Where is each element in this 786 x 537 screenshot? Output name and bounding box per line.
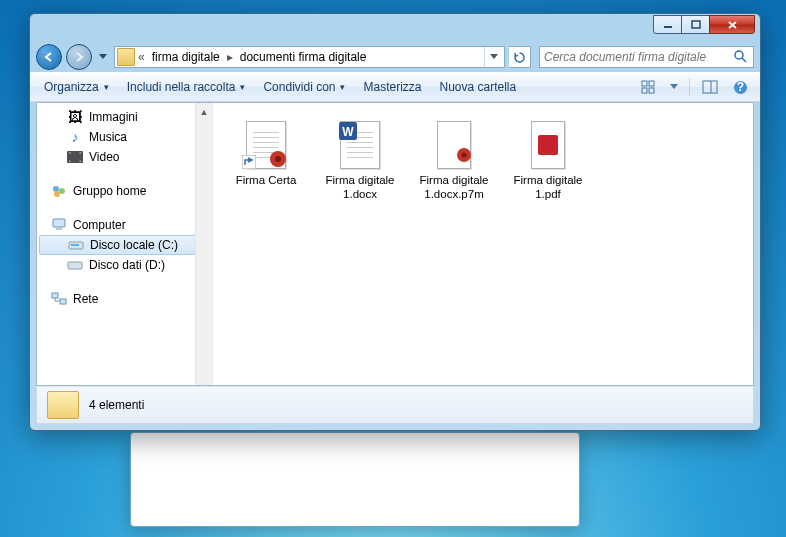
svg-point-17 xyxy=(53,186,59,192)
file-name: Firma digitale 1.pdf xyxy=(513,173,583,202)
svg-rect-1 xyxy=(692,21,700,28)
sidebar-label: Musica xyxy=(89,130,127,144)
nav-history-dropdown[interactable] xyxy=(96,48,110,66)
file-item[interactable]: Firma digitale 1.pdf xyxy=(509,117,587,206)
folder-icon xyxy=(47,391,79,419)
sidebar-scrollbar[interactable]: ▲ xyxy=(195,103,212,385)
preview-pane-button[interactable] xyxy=(698,76,722,98)
video-icon xyxy=(67,149,83,165)
sidebar-label: Video xyxy=(89,150,119,164)
window-controls xyxy=(654,15,755,34)
sidebar-item-drive-c[interactable]: Disco locale (C:) xyxy=(39,235,210,255)
svg-point-18 xyxy=(59,188,65,194)
item-count-label: 4 elementi xyxy=(89,398,144,412)
svg-rect-26 xyxy=(60,299,66,304)
images-icon: 🖼 xyxy=(67,109,83,125)
maximize-button[interactable] xyxy=(681,15,710,34)
sidebar-item-drive-d[interactable]: Disco dati (D:) xyxy=(37,255,212,275)
breadcrumb-seg-1[interactable]: firma digitale xyxy=(146,47,226,67)
titlebar xyxy=(30,14,760,42)
help-button[interactable]: ? xyxy=(728,76,752,98)
scroll-up-icon[interactable]: ▲ xyxy=(196,103,212,120)
docx-icon: W xyxy=(336,121,384,169)
svg-text:W: W xyxy=(342,125,354,139)
chevron-right-icon: ▸ xyxy=(226,50,234,64)
sidebar-label: Immagini xyxy=(89,110,138,124)
breadcrumb-seg-2[interactable]: documenti firma digitale xyxy=(234,47,373,67)
forward-button[interactable] xyxy=(66,44,92,70)
svg-rect-16 xyxy=(80,161,82,163)
svg-rect-21 xyxy=(56,228,62,230)
address-dropdown[interactable] xyxy=(484,47,502,67)
svg-rect-15 xyxy=(80,152,82,154)
drive-icon xyxy=(68,237,84,253)
close-button[interactable] xyxy=(709,15,755,34)
view-dropdown[interactable] xyxy=(667,76,681,98)
svg-rect-8 xyxy=(703,81,717,93)
background-window xyxy=(130,432,580,527)
search-input[interactable] xyxy=(544,50,733,64)
organize-button[interactable]: Organizza xyxy=(38,77,115,97)
svg-rect-4 xyxy=(642,81,647,86)
file-name: Firma Certa xyxy=(236,173,297,187)
minimize-button[interactable] xyxy=(653,15,682,34)
sidebar-label: Computer xyxy=(73,218,126,232)
sidebar-label: Disco locale (C:) xyxy=(90,238,178,252)
search-icon xyxy=(733,49,749,66)
navigation-pane: 🖼 Immagini ♪ Musica Video Gruppo home xyxy=(37,103,213,385)
svg-point-19 xyxy=(54,191,60,197)
music-icon: ♪ xyxy=(67,129,83,145)
p7m-icon xyxy=(430,121,478,169)
svg-rect-5 xyxy=(649,81,654,86)
share-with-button[interactable]: Condividi con xyxy=(257,77,351,97)
include-in-library-button[interactable]: Includi nella raccolta xyxy=(121,77,252,97)
navigation-row: « firma digitale ▸ documenti firma digit… xyxy=(30,42,760,72)
svg-rect-20 xyxy=(53,219,65,227)
sidebar-item-images[interactable]: 🖼 Immagini xyxy=(37,107,212,127)
file-name: Firma digitale 1.docx xyxy=(325,173,395,202)
drive-icon xyxy=(67,257,83,273)
view-options-button[interactable] xyxy=(637,76,661,98)
details-pane: 4 elementi xyxy=(36,386,754,424)
shortcut-icon xyxy=(242,121,290,169)
computer-icon xyxy=(51,217,67,233)
file-list[interactable]: Firma Certa W Firma digitale 1.docx Firm… xyxy=(213,103,753,385)
refresh-button[interactable] xyxy=(509,46,531,68)
svg-rect-7 xyxy=(649,88,654,93)
sidebar-item-network[interactable]: Rete xyxy=(37,289,212,309)
sidebar-item-video[interactable]: Video xyxy=(37,147,212,167)
file-item[interactable]: Firma Certa xyxy=(227,117,305,191)
svg-rect-6 xyxy=(642,88,647,93)
svg-line-3 xyxy=(742,58,746,62)
file-item[interactable]: Firma digitale 1.docx.p7m xyxy=(415,117,493,206)
new-folder-button[interactable]: Nuova cartella xyxy=(434,77,523,97)
explorer-body: 🖼 Immagini ♪ Musica Video Gruppo home xyxy=(36,102,754,386)
search-box[interactable] xyxy=(539,46,754,68)
svg-rect-14 xyxy=(69,161,71,163)
svg-text:?: ? xyxy=(736,80,743,94)
svg-rect-0 xyxy=(664,26,672,28)
sidebar-item-homegroup[interactable]: Gruppo home xyxy=(37,181,212,201)
sidebar-label: Disco dati (D:) xyxy=(89,258,165,272)
svg-rect-23 xyxy=(71,244,79,246)
address-bar[interactable]: « firma digitale ▸ documenti firma digit… xyxy=(114,46,505,68)
explorer-window: « firma digitale ▸ documenti firma digit… xyxy=(29,13,761,431)
sidebar-label: Gruppo home xyxy=(73,184,146,198)
back-button[interactable] xyxy=(36,44,62,70)
file-item[interactable]: W Firma digitale 1.docx xyxy=(321,117,399,206)
sidebar-item-music[interactable]: ♪ Musica xyxy=(37,127,212,147)
separator xyxy=(689,78,690,96)
file-name: Firma digitale 1.docx.p7m xyxy=(419,173,489,202)
svg-rect-34 xyxy=(538,135,558,155)
network-icon xyxy=(51,291,67,307)
breadcrumb-prefix: « xyxy=(137,50,146,64)
command-bar: Organizza Includi nella raccolta Condivi… xyxy=(30,72,760,102)
svg-point-33 xyxy=(462,153,467,158)
svg-rect-13 xyxy=(69,152,71,154)
sidebar-item-computer[interactable]: Computer xyxy=(37,215,212,235)
burn-button[interactable]: Masterizza xyxy=(357,77,427,97)
svg-point-2 xyxy=(735,51,743,59)
svg-rect-25 xyxy=(52,293,58,298)
homegroup-icon xyxy=(51,183,67,199)
svg-point-28 xyxy=(275,156,281,162)
